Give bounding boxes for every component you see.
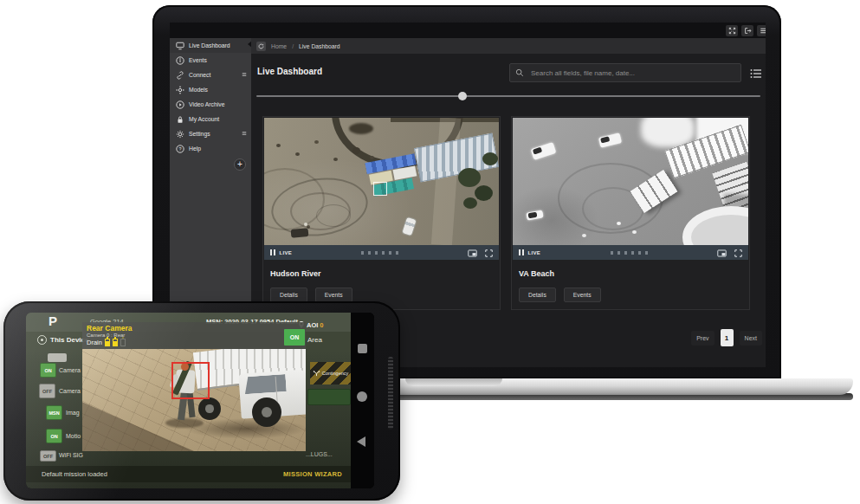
phone-device: P Google 214 MSN: 2020-03-17 0954 Defaul… — [3, 301, 400, 501]
events-button[interactable]: Events — [564, 288, 601, 302]
refresh-icon[interactable] — [256, 42, 266, 51]
drain-indicator: Drain — [87, 339, 126, 346]
dark-car — [291, 228, 309, 238]
sidebar-item-live-dashboard[interactable]: Live Dashboard — [170, 38, 251, 53]
submenu-expand-icon[interactable] — [242, 72, 247, 78]
search-icon — [515, 65, 524, 81]
fullscreen-icon — [728, 27, 736, 35]
battery-icon — [105, 339, 110, 346]
sidebar-item-label: Connect — [189, 72, 210, 78]
fullscreen-video-icon[interactable] — [485, 245, 493, 261]
sidebar-item-connect[interactable]: Connect — [170, 68, 251, 82]
next-page-button[interactable]: Next — [740, 331, 762, 346]
timeline-slider-handle[interactable] — [458, 92, 467, 100]
camera-title: Rear Camera — [87, 324, 132, 333]
recent-apps-button[interactable] — [358, 344, 367, 353]
percepto-logo: P — [48, 313, 57, 328]
toggle-label: Camera — [59, 388, 81, 394]
playback-step-controls[interactable] — [545, 251, 713, 255]
logout-button[interactable] — [741, 25, 753, 36]
sidebar-item-label: Video Archive — [189, 101, 224, 107]
sidebar-item-help[interactable]: ? Help — [170, 141, 251, 156]
picture-in-picture-icon[interactable] — [717, 245, 727, 261]
vehicle — [598, 132, 622, 148]
sidebar-item-label: My Account — [189, 116, 219, 122]
live-badge: LIVE — [528, 250, 541, 255]
info-icon — [176, 56, 184, 65]
back-button[interactable] — [357, 436, 365, 447]
drone-icon — [313, 371, 320, 377]
sidebar-item-video-archive[interactable]: Video Archive — [170, 97, 251, 112]
add-button[interactable]: + — [234, 158, 246, 171]
status-bar-green — [307, 389, 351, 405]
pause-icon[interactable] — [270, 249, 275, 255]
pause-icon[interactable] — [519, 249, 524, 255]
toggle-label: Imag — [66, 410, 80, 416]
va-beach-live-video — [513, 118, 748, 245]
phone-statusbar: Default mission loaded MISSION WIZARD — [26, 466, 351, 482]
model-icon — [176, 86, 184, 94]
playback-step-controls[interactable] — [296, 251, 463, 255]
sidebar-item-events[interactable]: Events — [170, 53, 251, 68]
sidebar-item-label: Settings — [189, 131, 210, 137]
camera-toggle-on[interactable]: ON — [40, 363, 56, 378]
plugs-label: ...LUGS... — [306, 451, 333, 457]
fullscreen-button[interactable] — [726, 25, 738, 36]
sidebar-item-label: Events — [189, 57, 207, 63]
android-nav-bar — [351, 313, 374, 488]
wifi-toggle[interactable]: OFF — [40, 450, 56, 462]
search-box — [509, 63, 741, 82]
battery-icon — [113, 339, 118, 346]
svg-text:?: ? — [178, 146, 181, 152]
aoi-label: AOI — [307, 321, 318, 329]
lock-icon — [176, 115, 184, 124]
page-title: Live Dashboard — [257, 67, 322, 76]
phone-screen: P Google 214 MSN: 2020-03-17 0954 Defaul… — [26, 313, 374, 488]
contingency-label: Contingency — [322, 371, 349, 376]
card-title: Hudson River — [270, 269, 321, 278]
tab-area[interactable]: Area — [307, 336, 322, 344]
drain-label: Drain — [87, 339, 102, 346]
tab-this-device[interactable]: This Device — [37, 335, 88, 345]
pagination: Prev 1 Next — [691, 329, 762, 346]
card-title: VA Beach — [519, 269, 554, 278]
list-view-icon[interactable] — [750, 67, 762, 78]
menu-button[interactable] — [757, 25, 766, 36]
link-icon — [176, 71, 184, 80]
submenu-expand-icon[interactable] — [242, 131, 247, 137]
vehicle — [531, 142, 557, 160]
sidebar-item-settings[interactable]: Settings — [170, 126, 251, 141]
picture-in-picture-icon[interactable] — [468, 245, 477, 261]
breadcrumb-home[interactable]: Home — [271, 43, 287, 49]
camera-on-button[interactable]: ON — [284, 329, 305, 346]
camera-toggle-off[interactable]: OFF — [39, 384, 55, 398]
device-status-pill[interactable] — [48, 353, 67, 362]
details-button[interactable]: Details — [519, 288, 556, 302]
sidebar-item-my-account[interactable]: My Account — [170, 112, 251, 126]
details-button[interactable]: Details — [270, 288, 307, 302]
search-input[interactable] — [529, 68, 735, 78]
rear-camera-feed — [82, 349, 306, 451]
sidebar-item-models[interactable]: Models — [170, 82, 251, 97]
mission-wizard-button[interactable]: MISSION WIZARD — [283, 470, 342, 478]
prev-page-button[interactable]: Prev — [691, 331, 714, 346]
contingency-button[interactable]: Contingency — [310, 362, 351, 384]
timeline-slider-track[interactable] — [256, 95, 760, 97]
rear-camera-overlay: Rear Camera Camera 0 : Rear Drain ON — [82, 322, 306, 451]
mission-status-label: Default mission loaded — [42, 470, 107, 478]
msn-toggle[interactable]: MSN — [46, 405, 62, 420]
hudson-river-live-video — [264, 118, 499, 245]
detection-bounding-box — [171, 362, 210, 399]
device-icon — [37, 335, 47, 345]
current-page-button[interactable]: 1 — [721, 329, 734, 346]
phone-side-button — [388, 357, 393, 430]
video-controls: LIVE — [513, 245, 748, 260]
gear-icon — [176, 130, 184, 139]
fullscreen-video-icon[interactable] — [734, 245, 742, 261]
breadcrumb-separator: / — [292, 43, 294, 49]
motion-toggle[interactable]: ON — [46, 429, 62, 443]
home-button[interactable] — [357, 391, 367, 402]
events-button[interactable]: Events — [315, 288, 352, 302]
camera-card-va-beach: LIVE VA Beach Details Events — [511, 116, 750, 310]
target-crosshair — [373, 182, 387, 196]
